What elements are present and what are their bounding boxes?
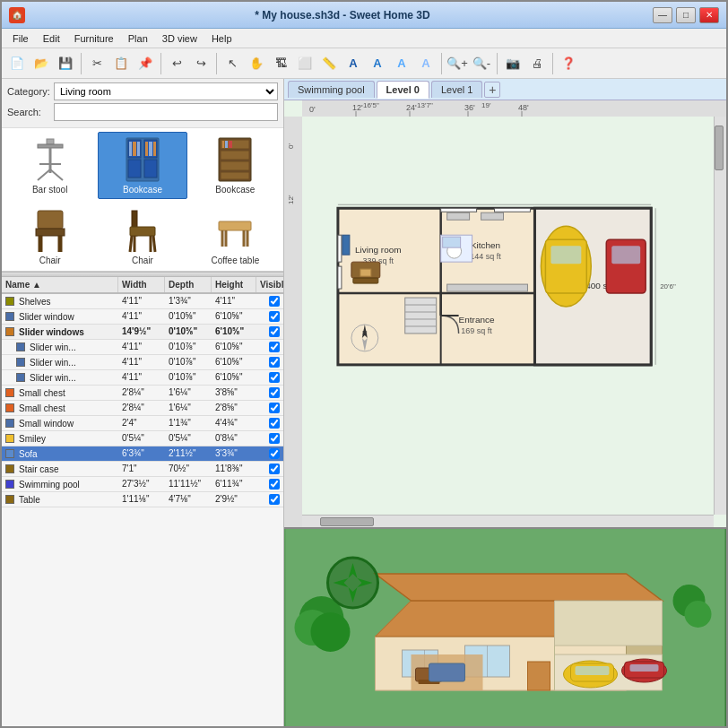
svg-text:20'6": 20'6" bbox=[660, 282, 676, 290]
row-visible-checkbox[interactable] bbox=[269, 479, 280, 490]
row-visible-checkbox[interactable] bbox=[269, 387, 280, 398]
search-input[interactable] bbox=[54, 103, 278, 121]
row-visible-checkbox[interactable] bbox=[269, 311, 280, 322]
col-visible[interactable]: Visible bbox=[256, 277, 283, 292]
svg-text:144 sq ft: 144 sq ft bbox=[470, 252, 501, 261]
table-row[interactable]: Shelves 4'11" 1'3¾" 4'11" bbox=[2, 294, 283, 309]
tool-pan[interactable]: ✋ bbox=[245, 52, 268, 75]
row-visible-checkbox[interactable] bbox=[269, 357, 280, 368]
tool-undo[interactable]: ↩ bbox=[165, 52, 188, 75]
menu-plan[interactable]: Plan bbox=[121, 31, 155, 46]
furniture-item-chair-1[interactable]: Chair bbox=[5, 203, 94, 270]
row-visible-checkbox[interactable] bbox=[269, 418, 280, 429]
menu-help[interactable]: Help bbox=[204, 31, 239, 46]
row-color-icon bbox=[5, 419, 14, 428]
tool-redo[interactable]: ↪ bbox=[189, 52, 212, 75]
plan-scrollbar-horizontal[interactable] bbox=[302, 515, 714, 527]
tool-text4[interactable]: A bbox=[414, 52, 438, 75]
table-row[interactable]: Small window 2'4" 1'1¾" 4'4¾" bbox=[2, 416, 283, 431]
row-name: Slider win... bbox=[30, 373, 76, 383]
table-row[interactable]: Slider window 4'11" 0'10⅝" 6'10⅝" bbox=[2, 309, 283, 325]
menu-3dview[interactable]: 3D view bbox=[155, 31, 204, 46]
menu-edit[interactable]: Edit bbox=[36, 31, 67, 46]
tool-text2[interactable]: A bbox=[366, 52, 389, 75]
tab-swimming-pool[interactable]: Swimming pool bbox=[288, 81, 375, 98]
scroll-thumb-h[interactable] bbox=[320, 517, 374, 526]
svg-rect-22 bbox=[222, 141, 224, 148]
table-row[interactable]: Small chest 2'8¼" 1'6¼" 3'8⅝" bbox=[2, 386, 283, 401]
furniture-label-chair-2: Chair bbox=[132, 256, 153, 265]
table-row[interactable]: Sofa 6'3¾" 2'11½" 3'3¾" bbox=[2, 446, 283, 462]
svg-rect-26 bbox=[36, 229, 65, 236]
scroll-thumb-v[interactable] bbox=[715, 126, 724, 170]
row-visible-checkbox[interactable] bbox=[269, 296, 280, 307]
tab-add-button[interactable]: + bbox=[484, 82, 500, 98]
toolbar: 📄 📂 💾 ✂ 📋 📌 ↩ ↪ ↖ ✋ 🏗 ⬜ 📏 A A A A 🔍+ 🔍- … bbox=[2, 48, 726, 79]
plan-scrollbar-vertical[interactable] bbox=[714, 117, 726, 515]
tool-select[interactable]: ↖ bbox=[221, 52, 244, 75]
category-select[interactable]: Living room Bedroom Kitchen Bathroom bbox=[54, 82, 278, 100]
tool-wall[interactable]: 🏗 bbox=[269, 52, 292, 75]
tool-dimension[interactable]: 📏 bbox=[317, 52, 341, 75]
col-depth[interactable]: Depth bbox=[165, 277, 212, 292]
row-color-icon bbox=[5, 403, 14, 412]
row-visible-checkbox[interactable] bbox=[269, 372, 280, 383]
menu-bar: File Edit Furniture Plan 3D view Help bbox=[2, 29, 726, 48]
tool-text3[interactable]: A bbox=[390, 52, 413, 75]
tab-level1[interactable]: Level 1 bbox=[431, 81, 482, 98]
table-row[interactable]: Slider win... 4'11" 0'10⅞" 6'10⅝" bbox=[2, 340, 283, 355]
tab-level0[interactable]: Level 0 bbox=[377, 81, 429, 99]
svg-rect-11 bbox=[129, 142, 132, 156]
tool-paste[interactable]: 📌 bbox=[134, 52, 157, 75]
tool-copy[interactable]: 📋 bbox=[109, 52, 133, 75]
tool-print[interactable]: 🖨 bbox=[525, 52, 549, 75]
furniture-item-chair-2[interactable]: Chair bbox=[98, 203, 186, 270]
tool-open[interactable]: 📂 bbox=[30, 52, 53, 75]
row-height: 2'9½" bbox=[212, 492, 256, 507]
menu-furniture[interactable]: Furniture bbox=[67, 31, 121, 46]
row-visible-checkbox[interactable] bbox=[269, 448, 280, 459]
svg-text:Living room: Living room bbox=[355, 245, 402, 255]
tool-save[interactable]: 💾 bbox=[54, 52, 77, 75]
maximize-button[interactable]: □ bbox=[676, 7, 696, 23]
close-button[interactable]: ✕ bbox=[699, 7, 719, 23]
menu-file[interactable]: File bbox=[5, 31, 36, 46]
table-row[interactable]: Swimming pool 27'3½" 11'11½" 6'11¾" bbox=[2, 477, 283, 492]
table-row[interactable]: Small chest 2'8¼" 1'6¼" 2'8⅝" bbox=[2, 401, 283, 416]
col-width[interactable]: Width bbox=[118, 277, 165, 292]
table-row[interactable]: Slider win... 4'11" 0'10⅞" 6'10⅝" bbox=[2, 355, 283, 370]
svg-text:N: N bbox=[362, 329, 368, 337]
furniture-item-coffee-table[interactable]: Coffee table bbox=[191, 203, 280, 270]
tool-room[interactable]: ⬜ bbox=[293, 52, 316, 75]
row-visible-checkbox[interactable] bbox=[269, 342, 280, 352]
table-row[interactable]: Slider windows 14'9½" 0'10⅝" 6'10⅝" bbox=[2, 325, 283, 340]
svg-text:0': 0' bbox=[309, 105, 316, 114]
row-visible-checkbox[interactable] bbox=[269, 433, 280, 444]
tool-new[interactable]: 📄 bbox=[5, 52, 29, 75]
table-row[interactable]: Smiley 0'5¼" 0'5¼" 0'8¼" bbox=[2, 431, 283, 446]
row-visible-checkbox[interactable] bbox=[269, 494, 280, 505]
tool-zoom-out[interactable]: 🔍- bbox=[470, 52, 493, 75]
row-visible-checkbox[interactable] bbox=[269, 403, 280, 413]
tool-cut[interactable]: ✂ bbox=[85, 52, 108, 75]
col-height[interactable]: Height bbox=[212, 277, 256, 292]
col-name[interactable]: Name ▲ bbox=[2, 277, 118, 292]
svg-rect-67 bbox=[441, 208, 477, 212]
tool-zoom-in[interactable]: 🔍+ bbox=[446, 52, 469, 75]
furniture-icon-chair-2 bbox=[119, 207, 166, 254]
table-row[interactable]: Table 1'11⅛" 4'7⅛" 2'9½" bbox=[2, 492, 283, 507]
furniture-item-bar-stool[interactable]: Bar stool bbox=[5, 132, 94, 199]
tool-text[interactable]: A bbox=[342, 52, 365, 75]
furniture-icon-bar-stool bbox=[27, 136, 74, 183]
furniture-label-coffee-table: Coffee table bbox=[211, 256, 259, 265]
tool-snapshot[interactable]: 📷 bbox=[501, 52, 524, 75]
svg-rect-12 bbox=[133, 142, 136, 156]
table-row[interactable]: Slider win... 4'11" 0'10⅞" 6'10⅝" bbox=[2, 370, 283, 386]
tool-help[interactable]: ❓ bbox=[557, 52, 580, 75]
furniture-item-bookcase-1[interactable]: Bookcase bbox=[98, 132, 186, 199]
minimize-button[interactable]: — bbox=[653, 7, 672, 23]
row-visible-checkbox[interactable] bbox=[269, 326, 280, 337]
table-row[interactable]: Stair case 7'1" 70½" 11'8⅜" bbox=[2, 462, 283, 477]
row-visible-checkbox[interactable] bbox=[269, 464, 280, 474]
furniture-item-bookcase-2[interactable]: Bookcase bbox=[191, 132, 280, 199]
